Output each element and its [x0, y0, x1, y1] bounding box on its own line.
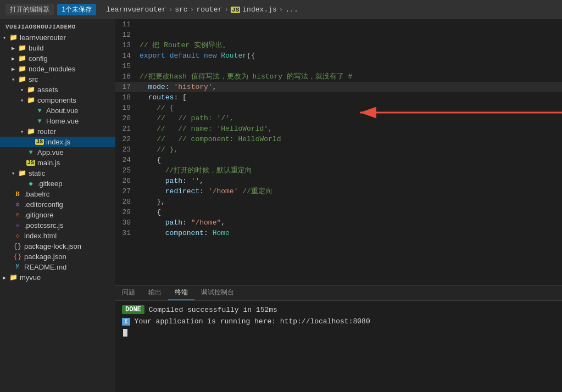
tab-output[interactable]: 输出 — [142, 285, 168, 300]
line-number: 21 — [115, 124, 137, 134]
arrow-icon: ▶ — [9, 45, 18, 52]
sidebar-item-config[interactable]: ▶ 📁 config — [0, 53, 115, 64]
sidebar-item-label: myvue — [20, 273, 41, 282]
sidebar-item-router[interactable]: ▾ 📁 router — [0, 126, 115, 137]
diamond-icon: ◆ — [26, 180, 35, 188]
code-line: 21 // // name: 'HelloWorld', — [115, 124, 562, 134]
line-content: //把更改hash 值得写法，更改为 history 的写法，就没有了 # — [137, 71, 562, 82]
css-icon: ◈ — [13, 221, 22, 229]
folder-icon: 📁 — [18, 169, 26, 177]
sidebar-item-label: src — [29, 75, 38, 83]
folder-icon: 📁 — [18, 54, 26, 63]
js-file-icon: JS — [26, 160, 35, 166]
sidebar-item-myvue[interactable]: ▶ 📁 myvue — [0, 272, 115, 283]
tab-debugconsole[interactable]: 调试控制台 — [194, 285, 241, 300]
line-number: 26 — [115, 176, 137, 186]
sidebar[interactable]: VUEJIAOSHOUJIADEMO ▾ 📁 learnvuerouter ▶ … — [0, 19, 115, 392]
sidebar-item-build[interactable]: ▶ 📁 build — [0, 43, 115, 53]
folder-icon: 📁 — [26, 96, 35, 104]
breadcrumb-part2: src — [175, 5, 187, 14]
breadcrumb-part4: index.js — [242, 5, 276, 14]
code-line: 28 }, — [115, 197, 562, 207]
line-content: { — [137, 155, 562, 165]
breadcrumb: learnvuerouter › src › router › JS index… — [106, 5, 298, 14]
sidebar-item-learnvuerouter[interactable]: ▾ 📁 learnvuerouter — [0, 32, 115, 43]
sidebar-item-editorconfig[interactable]: ▶ ⚙ .editorconfig — [0, 199, 115, 210]
sidebar-item-label: .gitignore — [24, 211, 53, 219]
sidebar-item-package-json[interactable]: ▶ {} package.json — [0, 251, 115, 262]
js-breadcrumb-icon: JS — [231, 7, 240, 13]
sidebar-item-gitkeep[interactable]: ▶ ◆ .gitkeep — [0, 178, 115, 189]
sidebar-item-label: index.js — [46, 138, 70, 146]
sidebar-item-home-vue[interactable]: ▶ ▼ Home.vue — [0, 116, 115, 126]
terminal-cursor — [123, 329, 127, 337]
code-line: 24 { — [115, 155, 562, 165]
code-line: 18 routes: [ — [115, 92, 562, 103]
sidebar-item-app-vue[interactable]: ▶ ▼ App.vue — [0, 147, 115, 158]
line-number: 27 — [115, 186, 137, 197]
sidebar-item-src[interactable]: ▾ 📁 src — [0, 74, 115, 85]
line-content: export default new Router({ — [137, 51, 562, 61]
folder-icon: 📁 — [26, 127, 35, 136]
sep1: › — [168, 5, 173, 14]
code-line: 23 // }, — [115, 144, 562, 155]
terminal-content[interactable]: DONE Compiled successfully in 152ms I Yo… — [115, 301, 562, 392]
sidebar-item-label: .editorconfig — [24, 200, 63, 209]
line-content: redirect: '/home' //重定向 — [137, 186, 562, 197]
sep2: › — [190, 5, 194, 14]
breadcrumb-part1: learnvuerouter — [106, 5, 166, 14]
sidebar-item-index-js[interactable]: ▶ JS index.js — [0, 137, 115, 147]
done-badge: DONE — [122, 305, 144, 314]
sidebar-item-label: App.vue — [37, 148, 64, 156]
code-line: 27 redirect: '/home' //重定向 — [115, 186, 562, 197]
breadcrumb-part3: router — [196, 5, 222, 14]
line-number: 22 — [115, 134, 137, 144]
js-file-icon: JS — [35, 139, 44, 145]
sidebar-item-index-html[interactable]: ▶ ◇ index.html — [0, 231, 115, 241]
code-line: 30 path: "/home", — [115, 217, 562, 228]
sidebar-item-readme[interactable]: ▶ M README.md — [0, 262, 115, 272]
arrow-icon: ▾ — [18, 128, 26, 135]
sidebar-item-babelrc[interactable]: ▶ 𝐁 .babelrc — [0, 189, 115, 199]
title-bar: 打开的编辑器 1个未保存 learnvuerouter › src › rout… — [0, 0, 562, 19]
sidebar-item-package-lock[interactable]: ▶ {} package-lock.json — [0, 241, 115, 251]
sidebar-item-gitignore[interactable]: ▶ ⊙ .gitignore — [0, 210, 115, 220]
line-number: 16 — [115, 71, 137, 82]
tab-problems[interactable]: 问题 — [115, 285, 142, 300]
arrow-icon: ▾ — [0, 35, 9, 41]
code-line: 25 //打开的时候，默认重定向 — [115, 165, 562, 176]
sidebar-item-node-modules[interactable]: ▶ 📁 node_modules — [0, 64, 115, 74]
code-line: 29 { — [115, 207, 562, 217]
sidebar-item-label: build — [29, 44, 43, 52]
config-icon: ⚙ — [13, 200, 22, 209]
code-lines: 11 12 13 // 把 Router 实例导出。 14 export def… — [115, 19, 562, 238]
code-editor[interactable]: 11 12 13 // 把 Router 实例导出。 14 export def… — [115, 19, 562, 285]
md-icon: M — [13, 264, 22, 271]
bottom-panel: 问题 输出 终端 调试控制台 DONE Compiled successfull… — [115, 285, 562, 392]
sidebar-item-postcssrc[interactable]: ▶ ◈ .postcssrc.js — [0, 220, 115, 231]
code-line: 22 // // component: HelloWorld — [115, 134, 562, 144]
arrow-icon: ▾ — [9, 170, 18, 177]
line-number: 15 — [115, 61, 137, 71]
sidebar-item-components[interactable]: ▾ 📁 components — [0, 95, 115, 105]
sidebar-item-assets[interactable]: ▾ 📁 assets — [0, 85, 115, 95]
line-content: path: '', — [137, 176, 562, 186]
terminal-line-2: I Your application is running here: http… — [122, 317, 555, 326]
sidebar-item-main-js[interactable]: ▶ JS main.js — [0, 158, 115, 168]
vue-icon: ▼ — [35, 117, 44, 125]
code-line: 31 component: Home — [115, 228, 562, 238]
sidebar-item-static[interactable]: ▾ 📁 static — [0, 168, 115, 178]
code-line: 16 //把更改hash 值得写法，更改为 history 的写法，就没有了 # — [115, 71, 562, 82]
line-number: 29 — [115, 207, 137, 217]
arrow-icon: ▾ — [18, 87, 26, 93]
sidebar-item-about-vue[interactable]: ▶ ▼ About.vue — [0, 105, 115, 116]
folder-icon: 📁 — [9, 33, 18, 42]
vue-icon: ▼ — [26, 149, 35, 156]
sidebar-item-label: Home.vue — [46, 117, 79, 125]
arrow-icon: ▶ — [9, 66, 18, 72]
line-content: // 把 Router 实例导出。 — [137, 40, 562, 51]
git-icon: ⊙ — [13, 211, 22, 219]
line-number: 24 — [115, 155, 137, 165]
terminal-cursor-line — [122, 329, 555, 337]
tab-terminal[interactable]: 终端 — [168, 285, 194, 300]
